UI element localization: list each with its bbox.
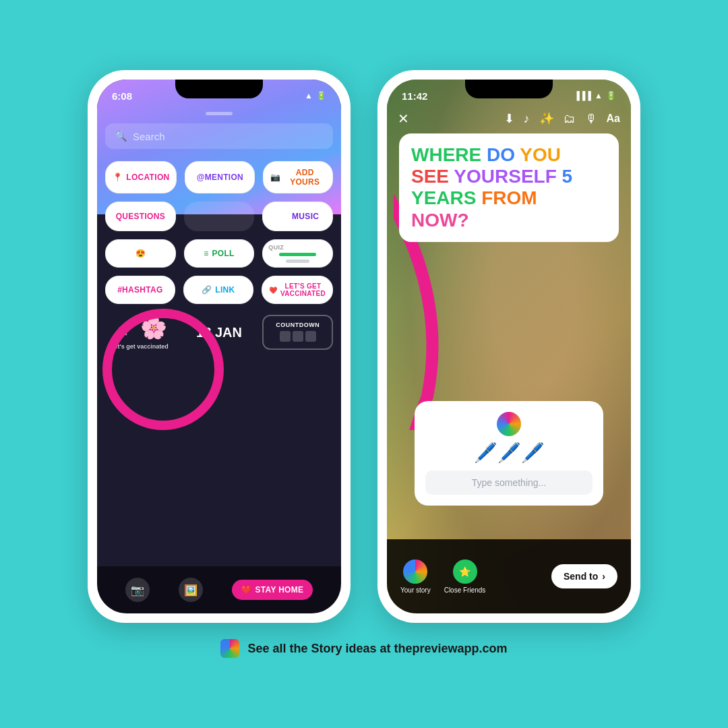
countdown-sticker[interactable]: COUNTDOWN [262, 315, 333, 350]
sticker-blank [184, 202, 255, 231]
q-5: 5 [562, 166, 573, 187]
q-you: YOU [520, 144, 561, 165]
close-friends-icon: ⭐ [453, 559, 477, 584]
drawer-handle[interactable] [206, 112, 233, 115]
sticker-pencil-emojis: 🖊️🖊️🖊️ [425, 442, 593, 464]
countdown-box-2 [293, 331, 303, 342]
countdown-box-3 [305, 331, 316, 342]
hashtag-label: #HASHTAG [117, 285, 163, 295]
battery-icon: 🔋 [316, 91, 326, 100]
story-bottom-bar: Your story ⭐ Close Friends Send to › [387, 539, 631, 613]
close-friends-label: Close Friends [444, 586, 486, 594]
stay-home-label: STAY HOME [255, 585, 304, 595]
camera-icon[interactable]: 📷 [125, 578, 150, 602]
close-friends-dest[interactable]: ⭐ Close Friends [444, 559, 486, 594]
wifi-icon-2: ▲ [595, 91, 603, 100]
mention-label: @MENTION [197, 173, 243, 182]
sticker-picker: 🔍 Search 📍 LOCATION @MENTION 📷 ADD YOURS [97, 112, 341, 350]
footer-logo [220, 639, 239, 658]
sticker-poll[interactable]: ≡ POLL [184, 239, 255, 268]
status-icons-1: ▲ 🔋 [305, 91, 326, 100]
vaccine-text: let's get vaccinated [113, 343, 169, 350]
your-story-icon [403, 559, 427, 584]
footer: See all the Story ideas at thepreviewapp… [220, 639, 507, 658]
link-label: LINK [215, 285, 235, 295]
battery-icon-2: 🔋 [606, 91, 616, 100]
phone-2-screen: 11:42 ▐▐▐ ▲ 🔋 ✕ ⬇ ♪ ✨ 🗂 🎙 Aa [387, 80, 631, 613]
questions-label: QUESTIONS [116, 212, 165, 221]
download-icon[interactable]: ⬇ [504, 111, 514, 126]
vaccinated-label: LET'S GET VACCINATED [280, 282, 326, 297]
send-to-label: Send to [564, 571, 598, 582]
sticker-mention[interactable]: @MENTION [185, 161, 255, 193]
search-icon: 🔍 [115, 130, 127, 142]
link-icon: 🔗 [202, 285, 212, 295]
music-label: MUSIC [292, 212, 319, 221]
sticker-grid-bottom: 💉🌸 let's get vaccinated 18 JAN COUNTDOWN [105, 315, 333, 350]
status-bar-2: 11:42 ▐▐▐ ▲ 🔋 [387, 80, 631, 105]
sticker-grid-row2: QUESTIONS MUSIC [105, 202, 333, 231]
phone-2: 11:42 ▐▐▐ ▲ 🔋 ✕ ⬇ ♪ ✨ 🗂 🎙 Aa [377, 70, 640, 623]
vaccine-sticker: 💉🌸 let's get vaccinated [105, 315, 176, 350]
sticker-grid-row3: 😍 ≡ POLL QUIZ [105, 239, 333, 268]
close-icon[interactable]: ✕ [398, 111, 409, 127]
footer-text: See all the Story ideas at thepreviewapp… [247, 642, 507, 656]
sticker-location[interactable]: 📍 LOCATION [105, 161, 177, 193]
music-bars-icon [276, 212, 289, 221]
story-question-bubble: WHERE DO YOU SEE YOURSELF 5 YEARS FROM N… [399, 133, 619, 242]
phone-1-screen: 6:08 ▲ 🔋 🔍 Search 📍 LOCA [97, 80, 341, 613]
stay-home-sticker[interactable]: ❤️ STAY HOME [232, 580, 313, 600]
location-label: LOCATION [126, 173, 169, 182]
q-now: NOW? [411, 210, 469, 231]
vaccine-emoji: 💉🌸 [113, 315, 167, 340]
status-icons-2: ▐▐▐ ▲ 🔋 [574, 91, 616, 100]
sticker-vaccinated[interactable]: ❤️ LET'S GET VACCINATED [262, 276, 333, 304]
sticker-hashtag[interactable]: #HASHTAG [105, 276, 175, 304]
search-bar[interactable]: 🔍 Search [105, 123, 333, 149]
vaccinated-heart-icon: ❤️ [269, 286, 277, 294]
search-placeholder: Search [133, 131, 165, 142]
story-destinations: Your story ⭐ Close Friends [400, 559, 485, 594]
sticker-quiz[interactable]: QUIZ [262, 239, 333, 268]
sticker-color-ball [497, 412, 521, 436]
stay-home-icon: ❤️ [241, 585, 251, 595]
time-1: 6:08 [112, 90, 132, 102]
sticker-addyours[interactable]: 📷 ADD YOURS [263, 161, 333, 193]
sticker-emoji[interactable]: 😍 [105, 239, 176, 268]
date-sticker[interactable]: 18 JAN [184, 315, 255, 350]
photo-icon[interactable]: 🖼️ [179, 578, 203, 602]
sticker-music[interactable]: MUSIC [262, 202, 333, 231]
quiz-label: QUIZ [268, 244, 284, 251]
wifi-icon: ▲ [305, 91, 313, 100]
phones-container: 6:08 ▲ 🔋 🔍 Search 📍 LOCA [88, 70, 640, 623]
story-toolbar-icons: ⬇ ♪ ✨ 🗂 🎙 Aa [504, 111, 620, 126]
sticker-icon[interactable]: 🗂 [564, 112, 576, 126]
sticker-link[interactable]: 🔗 LINK [183, 276, 253, 304]
story-destinations-row: Your story ⭐ Close Friends Send to › [400, 559, 617, 594]
sticker-questions[interactable]: QUESTIONS [105, 202, 176, 231]
countdown-box-1 [280, 331, 291, 342]
q-yourself: YOURSELF [454, 166, 562, 187]
time-2: 11:42 [402, 90, 427, 102]
your-story-dest[interactable]: Your story [400, 559, 431, 594]
quiz-bar-1 [279, 253, 316, 256]
q-where: WHERE [411, 144, 487, 165]
q-from: FROM [481, 187, 537, 208]
addyours-icon: 📷 [270, 173, 280, 182]
addyours-label: ADD YOURS [284, 168, 326, 187]
phone1-bottom-bar: 📷 🖼️ ❤️ STAY HOME [97, 566, 341, 613]
sparkle-icon[interactable]: ✨ [539, 111, 554, 126]
text-tool-icon[interactable]: Aa [607, 113, 620, 125]
poll-label: POLL [212, 249, 235, 258]
notch-1 [175, 80, 263, 98]
send-to-button[interactable]: Send to › [551, 564, 617, 588]
location-icon: 📍 [113, 173, 123, 182]
signal-icon: ▐▐▐ [574, 91, 592, 100]
q-years: YEARS [411, 187, 481, 208]
sticker-type-input[interactable]: Type something... [425, 471, 593, 495]
voice-icon[interactable]: 🎙 [585, 112, 597, 126]
question-sticker: 🖊️🖊️🖊️ Type something... [415, 401, 603, 506]
sticker-grid-row1: 📍 LOCATION @MENTION 📷 ADD YOURS [105, 161, 333, 193]
music-note-icon[interactable]: ♪ [524, 112, 530, 126]
phone-1: 6:08 ▲ 🔋 🔍 Search 📍 LOCA [88, 70, 351, 623]
